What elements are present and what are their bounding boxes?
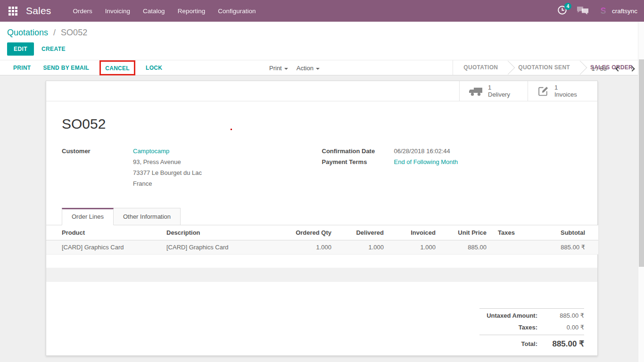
invoices-smart-button[interactable]: 1 Invoices bbox=[528, 81, 597, 101]
customer-city: 73377 Le Bourget du Lac bbox=[133, 168, 202, 177]
breadcrumb-separator: / bbox=[53, 28, 56, 37]
cancel-button-highlight: CANCEL bbox=[99, 60, 135, 75]
breadcrumb-current: SO052 bbox=[61, 28, 87, 37]
menu-reporting[interactable]: Reporting bbox=[178, 8, 206, 15]
send-by-email-button[interactable]: SEND BY EMAIL bbox=[43, 65, 90, 71]
col-invoiced: Invoiced bbox=[386, 225, 438, 240]
lock-button[interactable]: LOCK bbox=[146, 65, 162, 71]
statusbar: PRINT SEND BY EMAIL CANCEL LOCK QUOTATIO… bbox=[0, 60, 644, 75]
total-label: Total: bbox=[479, 340, 539, 347]
col-unit-price: Unit Price bbox=[438, 225, 489, 240]
pager-previous-icon[interactable] bbox=[615, 66, 620, 71]
col-taxes: Taxes bbox=[489, 225, 529, 240]
red-dot-artifact bbox=[231, 129, 232, 130]
messages-icon[interactable] bbox=[577, 6, 589, 16]
state-quotation-sent[interactable]: QUOTATION SENT bbox=[508, 60, 580, 75]
top-navbar: Sales Orders Invoicing Catalog Reporting… bbox=[0, 0, 644, 22]
print-dropdown[interactable]: Print bbox=[269, 65, 288, 72]
cell-unit-price: 885.00 bbox=[438, 240, 489, 255]
delivery-smart-button[interactable]: 1 Delivery bbox=[459, 81, 528, 101]
customer-street: 93, Press Avenue bbox=[133, 157, 202, 166]
table-header-row: Product Description Ordered Qty Delivere… bbox=[46, 225, 598, 240]
delivery-label: Delivery bbox=[488, 91, 510, 98]
user-avatar: S bbox=[598, 6, 608, 16]
taxes-label: Taxes: bbox=[479, 324, 544, 331]
activity-clock-icon[interactable]: 4 bbox=[557, 5, 567, 17]
tab-order-lines[interactable]: Order Lines bbox=[62, 208, 114, 225]
print-button[interactable]: PRINT bbox=[13, 65, 31, 71]
col-subtotal: Subtotal bbox=[529, 225, 598, 240]
chevron-down-icon bbox=[316, 68, 320, 70]
menu-invoicing[interactable]: Invoicing bbox=[105, 8, 130, 15]
action-dropdown[interactable]: Action bbox=[297, 65, 320, 72]
breadcrumb-quotations-link[interactable]: Quotations bbox=[7, 28, 48, 37]
delivery-count: 1 bbox=[488, 84, 510, 91]
confirmation-date-value: 06/28/2018 16:02:44 bbox=[394, 147, 458, 156]
total-value: 885.00 ₹ bbox=[539, 339, 584, 349]
invoices-count: 1 bbox=[554, 84, 577, 91]
record-sheet: 1 Delivery 1 Invoices SO052 bbox=[46, 81, 598, 356]
customer-label: Customer bbox=[62, 147, 133, 190]
scrollbar-thumb[interactable] bbox=[639, 59, 644, 267]
untaxed-amount-value: 885.00 ₹ bbox=[544, 312, 584, 319]
cell-taxes bbox=[489, 240, 529, 255]
totals-panel: Untaxed Amount: 885.00 ₹ Taxes: 0.00 ₹ T… bbox=[479, 308, 584, 351]
cell-description: [CARD] Graphics Card bbox=[166, 240, 284, 255]
record-title: SO052 bbox=[62, 116, 597, 132]
cell-subtotal: 885.00 ₹ bbox=[529, 240, 598, 255]
cell-ordered-qty: 1.000 bbox=[284, 240, 334, 255]
order-lines-table: Product Description Ordered Qty Delivere… bbox=[46, 225, 598, 255]
pager-value: 1 / 53 bbox=[591, 65, 607, 72]
user-name: craftsync bbox=[612, 8, 637, 15]
menu-configuration[interactable]: Configuration bbox=[218, 8, 256, 15]
untaxed-amount-label: Untaxed Amount: bbox=[479, 312, 544, 319]
col-product: Product bbox=[46, 225, 166, 240]
pencil-square-icon bbox=[537, 85, 549, 97]
menu-orders[interactable]: Orders bbox=[73, 8, 92, 15]
notebook-tabs: Order Lines Other Information bbox=[46, 208, 597, 225]
col-ordered-qty: Ordered Qty bbox=[284, 225, 334, 240]
customer-link[interactable]: Camptocamp bbox=[133, 148, 169, 155]
edit-button[interactable]: EDIT bbox=[7, 42, 34, 56]
pager-next-icon[interactable] bbox=[629, 66, 635, 71]
customer-country: France bbox=[133, 179, 202, 188]
user-menu[interactable]: S craftsync bbox=[598, 6, 637, 16]
scrollbar-track bbox=[638, 22, 644, 362]
empty-row bbox=[46, 255, 597, 268]
apps-grid-icon[interactable] bbox=[8, 7, 17, 16]
empty-row-striped bbox=[46, 268, 597, 282]
tab-other-information[interactable]: Other Information bbox=[114, 208, 181, 225]
order-line-row[interactable]: [CARD] Graphics Card [CARD] Graphics Car… bbox=[46, 240, 598, 255]
truck-icon bbox=[469, 86, 483, 96]
col-description: Description bbox=[166, 225, 284, 240]
cell-product: [CARD] Graphics Card bbox=[46, 240, 166, 255]
chevron-down-icon bbox=[284, 68, 288, 70]
payment-terms-link[interactable]: End of Following Month bbox=[394, 158, 458, 165]
state-quotation[interactable]: QUOTATION bbox=[453, 60, 508, 75]
activity-count-badge: 4 bbox=[564, 3, 571, 10]
confirmation-date-label: Confirmation Date bbox=[322, 147, 394, 156]
cancel-button[interactable]: CANCEL bbox=[105, 65, 130, 72]
payment-terms-label: Payment Terms bbox=[322, 157, 394, 166]
control-panel: Quotations / SO052 EDIT CREATE Print Act… bbox=[0, 22, 644, 60]
taxes-value: 0.00 ₹ bbox=[544, 324, 584, 331]
invoices-label: Invoices bbox=[554, 91, 577, 98]
main-menu: Orders Invoicing Catalog Reporting Confi… bbox=[73, 8, 256, 15]
cell-invoiced: 1.000 bbox=[386, 240, 438, 255]
col-delivered: Delivered bbox=[334, 225, 386, 240]
create-button[interactable]: CREATE bbox=[41, 46, 66, 52]
app-title[interactable]: Sales bbox=[26, 5, 51, 16]
breadcrumb: Quotations / SO052 bbox=[7, 28, 637, 38]
cell-delivered: 1.000 bbox=[334, 240, 386, 255]
menu-catalog[interactable]: Catalog bbox=[143, 8, 165, 15]
form-view: 1 Delivery 1 Invoices SO052 bbox=[0, 75, 644, 362]
